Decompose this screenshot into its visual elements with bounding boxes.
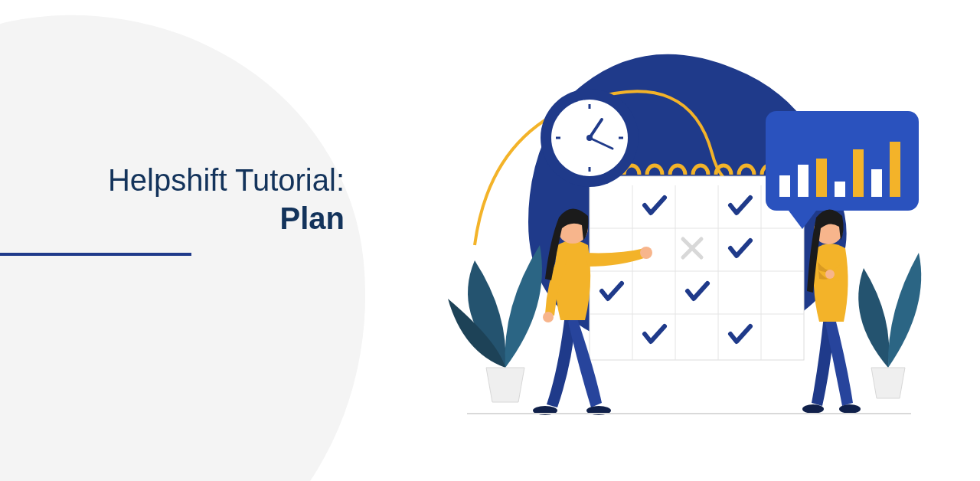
svg-rect-27 [890,142,900,197]
clock-icon [541,89,639,187]
title-line-1: Helpshift Tutorial: [77,161,345,199]
svg-rect-22 [798,165,808,197]
title-underline [0,253,191,256]
svg-rect-24 [835,182,845,197]
left-plant [448,245,542,402]
svg-point-35 [825,270,835,279]
title-line-2: Plan [77,199,345,237]
svg-point-33 [802,404,824,414]
svg-rect-25 [853,149,864,197]
background-blob [0,0,397,481]
svg-rect-21 [779,175,790,197]
planning-illustration [444,46,934,444]
svg-point-31 [543,312,554,322]
svg-point-19 [586,135,593,141]
svg-rect-26 [871,169,882,197]
svg-point-34 [839,404,861,414]
svg-rect-23 [816,159,827,197]
title-block: Helpshift Tutorial: Plan [77,161,345,237]
right-plant [858,253,921,398]
svg-point-30 [640,247,652,259]
